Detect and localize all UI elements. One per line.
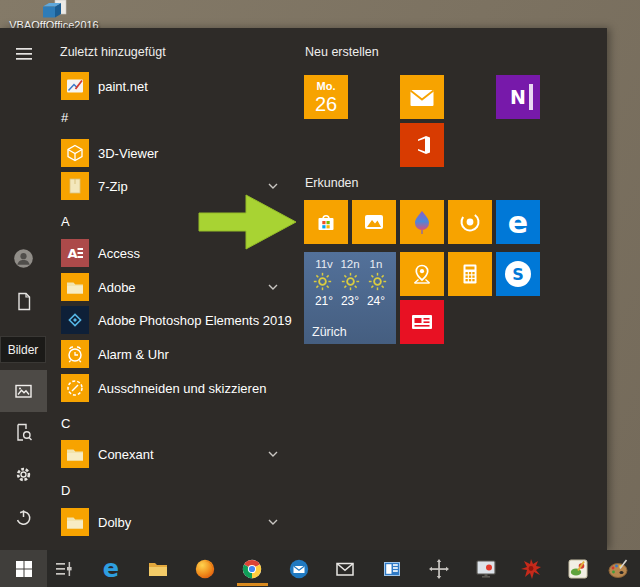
app-item-alarm-clock[interactable]: Alarm & Uhr bbox=[48, 340, 300, 368]
app-list-section-a[interactable]: A bbox=[61, 214, 70, 230]
photos-icon bbox=[362, 210, 386, 234]
user-avatar-icon bbox=[13, 248, 34, 269]
cube-3d-icon bbox=[61, 139, 89, 167]
app-item-paintnet[interactable]: paint.net bbox=[48, 72, 300, 100]
user-account-button[interactable] bbox=[0, 238, 47, 278]
calendar-tile[interactable]: Mo. 26 bbox=[304, 75, 348, 119]
firefox-button[interactable] bbox=[183, 550, 227, 587]
app-item-label: Dolby bbox=[98, 515, 131, 530]
thunderbird-icon bbox=[288, 558, 310, 580]
paint3d-droplet-icon bbox=[410, 209, 434, 235]
app-item-label: Conexant bbox=[98, 447, 154, 462]
app-list-section-hash[interactable]: # bbox=[61, 110, 68, 126]
pictures-icon bbox=[14, 382, 33, 400]
app-item-adobe[interactable]: Adobe bbox=[48, 273, 300, 301]
orbit-circle-icon bbox=[458, 210, 482, 234]
documents-button[interactable] bbox=[0, 281, 47, 321]
svg-text:A: A bbox=[68, 246, 78, 261]
chevron-down-icon[interactable] bbox=[267, 448, 279, 460]
mixed-reality-portal-tile[interactable] bbox=[448, 200, 492, 244]
onenote-page-edge bbox=[529, 84, 533, 110]
mail-tile[interactable] bbox=[400, 75, 444, 119]
news-tile[interactable] bbox=[400, 300, 444, 344]
blue-cube-icon bbox=[6, 0, 102, 20]
weather-tile[interactable]: 11v 12n 1n bbox=[304, 252, 396, 344]
app-item-dolby[interactable]: Dolby bbox=[48, 508, 300, 536]
pictures-tooltip: Bilder bbox=[0, 336, 46, 363]
onenote-tile[interactable]: N bbox=[496, 75, 540, 119]
power-button[interactable] bbox=[0, 497, 47, 537]
group-header-create: Neu erstellen bbox=[305, 45, 379, 59]
office-tile[interactable] bbox=[400, 123, 444, 167]
app-item-label: Adobe bbox=[98, 280, 136, 295]
screen-recorder-icon bbox=[475, 558, 497, 580]
edge-e-icon: e bbox=[508, 205, 528, 240]
calculator-tile[interactable] bbox=[448, 252, 492, 296]
power-icon bbox=[14, 508, 33, 527]
edge-tile[interactable]: e bbox=[496, 200, 540, 244]
file-archive-icon bbox=[61, 172, 89, 200]
recent-added-header: Zuletzt hinzugefügt bbox=[60, 45, 166, 59]
newspaper-icon bbox=[409, 310, 435, 334]
edge-icon: e bbox=[103, 557, 119, 581]
app-list-section-c[interactable]: C bbox=[61, 416, 70, 432]
screen-recorder-button[interactable] bbox=[464, 550, 508, 587]
task-view-icon bbox=[54, 559, 74, 579]
calculator-icon bbox=[458, 262, 482, 286]
file-explorer-button[interactable] bbox=[136, 550, 180, 587]
red-splat-app-button[interactable] bbox=[509, 550, 553, 587]
maps-tile[interactable] bbox=[400, 252, 444, 296]
desktop-shortcut-vbaoffice[interactable]: VBAOffOffice2016 bbox=[6, 0, 102, 31]
start-button[interactable] bbox=[0, 550, 47, 587]
hamburger-menu-button[interactable] bbox=[0, 34, 47, 74]
paint3d-tile[interactable] bbox=[400, 200, 444, 244]
chevron-down-icon[interactable] bbox=[267, 180, 279, 192]
settings-button[interactable] bbox=[0, 454, 47, 494]
irfanview-button[interactable] bbox=[556, 550, 600, 587]
app-item-photoshop-elements[interactable]: Adobe Photoshop Elements 2019 bbox=[48, 306, 300, 334]
office-logo-icon bbox=[410, 133, 434, 157]
app-item-7zip[interactable]: 7-Zip bbox=[48, 172, 300, 200]
snip-sketch-icon bbox=[61, 374, 89, 402]
app-item-label: paint.net bbox=[98, 79, 148, 94]
paint-palette-button[interactable] bbox=[596, 550, 640, 587]
paint-palette-icon bbox=[607, 558, 629, 580]
app-item-conexant[interactable]: Conexant bbox=[48, 440, 300, 468]
store-tile[interactable] bbox=[304, 200, 348, 244]
file-explorer-icon bbox=[147, 558, 169, 580]
start-menu-rail: Bilder bbox=[0, 28, 47, 550]
task-view-button[interactable] bbox=[42, 550, 86, 587]
folder-icon bbox=[61, 440, 89, 468]
folder-icon bbox=[61, 508, 89, 536]
chrome-active-indicator bbox=[237, 583, 268, 586]
app-item-snip-sketch[interactable]: Ausschneiden und skizzieren bbox=[48, 374, 300, 402]
start-menu: Bilder bbox=[0, 28, 607, 550]
window-app-button[interactable] bbox=[370, 550, 414, 587]
app-list-section-d[interactable]: D bbox=[61, 483, 70, 499]
pictures-button[interactable] bbox=[0, 370, 47, 412]
folder-icon bbox=[61, 273, 89, 301]
photos-tile[interactable] bbox=[352, 200, 396, 244]
move-cross-icon bbox=[429, 559, 449, 579]
skype-tile[interactable]: S bbox=[496, 252, 540, 296]
app-item-3d-viewer[interactable]: 3D-Viewer bbox=[48, 139, 300, 167]
app-item-access[interactable]: A Access bbox=[48, 239, 300, 267]
chrome-button[interactable] bbox=[230, 550, 274, 587]
documents-icon bbox=[15, 292, 33, 311]
weather-city-label: Zürich bbox=[304, 325, 396, 339]
mail-icon bbox=[335, 559, 355, 579]
thunderbird-button[interactable] bbox=[277, 550, 321, 587]
mail-taskbar-button[interactable] bbox=[323, 550, 367, 587]
edge-taskbar-button[interactable]: e bbox=[89, 550, 133, 587]
irfanview-icon bbox=[567, 558, 589, 580]
app-item-label: Ausschneiden und skizzieren bbox=[98, 381, 266, 396]
move-tool-button[interactable] bbox=[417, 550, 461, 587]
app-item-label: Adobe Photoshop Elements 2019 bbox=[98, 313, 292, 328]
chevron-down-icon[interactable] bbox=[267, 281, 279, 293]
desktop: VBAOffOffice2016 bbox=[0, 0, 640, 587]
search-documents-button[interactable] bbox=[0, 412, 47, 452]
firefox-icon bbox=[194, 558, 216, 580]
red-splat-app-icon bbox=[520, 558, 542, 580]
chevron-down-icon[interactable] bbox=[267, 516, 279, 528]
sun-icon bbox=[313, 272, 332, 291]
